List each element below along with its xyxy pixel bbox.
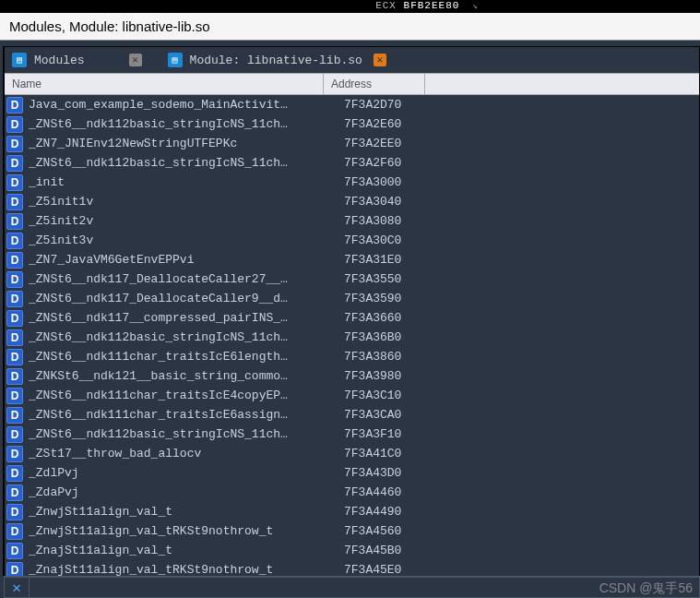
symbol-name: _ZnwjSt11align_val_t: [29, 505, 333, 519]
symbol-name: _Z5init2v: [29, 214, 333, 228]
symbol-name: _ZnajSt11align_val_t: [29, 544, 333, 557]
symbol-name: _ZNSt6__ndk112basic_stringIcNS_11ch…: [29, 330, 333, 344]
register-strip: ECX BFB2EE80 ↘: [0, 0, 700, 13]
tab-bar: ▤ Modules ✕ ▤ Module: libnative-lib.so ✕: [5, 47, 699, 73]
symbol-address: 7F3A4560: [333, 524, 401, 538]
table-row[interactable]: D_Z5init2v7F3A3080: [5, 211, 699, 231]
symbol-address: 7F3A2E60: [333, 117, 401, 131]
symbol-name: _ZNSt6__ndk111char_traitsIcE6assign…: [29, 408, 333, 422]
data-symbol-icon: D: [6, 349, 23, 365]
close-icon[interactable]: ✕: [4, 577, 30, 598]
data-symbol-icon: D: [6, 252, 23, 269]
table-row[interactable]: DJava_com_example_sodemo_MainActivit…7F3…: [5, 95, 699, 114]
symbol-address: 7F3A4460: [333, 485, 401, 499]
data-symbol-icon: D: [6, 155, 23, 172]
symbol-name: _Z5init3v: [29, 233, 333, 247]
symbol-name: _ZSt17__throw_bad_allocv: [29, 447, 333, 460]
symbol-address: 7F3A30C0: [333, 233, 401, 247]
register-value: BFB2EE80: [404, 0, 460, 11]
symbol-name: _ZNSt6__ndk111char_traitsIcE4copyEP…: [29, 389, 333, 402]
data-symbol-icon: D: [6, 446, 23, 462]
symbol-address: 7F3A2D70: [333, 98, 401, 112]
data-symbol-icon: D: [6, 388, 23, 404]
symbol-name: _ZdaPvj: [29, 485, 333, 499]
data-symbol-icon: D: [6, 194, 23, 210]
data-symbol-icon: D: [6, 484, 23, 501]
table-row[interactable]: D_ZNSt6__ndk112basic_stringIcNS_11ch…7F3…: [5, 114, 699, 134]
symbol-address: 7F3A31E0: [333, 253, 401, 267]
table-row[interactable]: D_ZNSt6__ndk117_DeallocateCaller9__d…7F3…: [5, 289, 699, 308]
data-symbol-icon: D: [6, 233, 23, 249]
close-modules-tab[interactable]: ✕: [129, 54, 142, 66]
symbol-address: 7F3A3860: [333, 350, 401, 364]
table-row[interactable]: D_ZnwjSt11align_val_tRKSt9nothrow_t7F3A4…: [5, 521, 699, 541]
table-row[interactable]: D_ZNKSt6__ndk121__basic_string_commo…7F3…: [5, 366, 699, 386]
symbol-name: _init: [29, 175, 333, 189]
symbol-address: 7F3A45E0: [333, 563, 401, 577]
symbol-address: 7F3A3980: [333, 369, 401, 383]
window-title: Modules, Module: libnative-lib.so: [0, 13, 700, 41]
table-header: Name Address: [5, 73, 699, 95]
data-symbol-icon: D: [6, 368, 23, 385]
symbol-name: _ZNSt6__ndk111char_traitsIcE6length…: [29, 350, 333, 364]
table-row[interactable]: D_ZNSt6__ndk117_DeallocateCaller27__…7F3…: [5, 269, 699, 289]
table-row[interactable]: D_ZSt17__throw_bad_allocv7F3A41C0: [5, 444, 699, 463]
symbol-name: _ZNSt6__ndk117_DeallocateCaller27__…: [29, 272, 333, 286]
table-row[interactable]: D_ZNSt6__ndk112basic_stringIcNS_11ch…7F3…: [5, 328, 699, 347]
symbol-address: 7F3A2EE0: [333, 137, 401, 150]
table-row[interactable]: D_ZNSt6__ndk111char_traitsIcE4copyEP…7F3…: [5, 386, 699, 405]
modules-list-icon: ▤: [12, 53, 27, 67]
symbol-address: 7F3A4490: [333, 505, 401, 519]
symbol-address: 7F3A3040: [333, 195, 401, 209]
table-row[interactable]: D_ZdaPvj7F3A4460: [5, 483, 699, 502]
symbol-address: 7F3A3590: [333, 292, 401, 305]
table-row[interactable]: D_Z5init1v7F3A3040: [5, 192, 699, 211]
table-row[interactable]: D_ZNSt6__ndk112basic_stringIcNS_11ch…7F3…: [5, 153, 699, 173]
close-module-tab[interactable]: ✕: [374, 54, 386, 66]
column-header-name[interactable]: Name: [5, 74, 324, 94]
tab-module-detail[interactable]: Module: libnative-lib.so: [190, 54, 362, 67]
tab-modules[interactable]: Modules: [34, 54, 85, 67]
table-row[interactable]: D_ZdlPvj7F3A43D0: [5, 463, 699, 483]
data-symbol-icon: D: [6, 97, 23, 114]
symbol-address: 7F3A3CA0: [333, 408, 401, 422]
symbol-address: 7F3A3F10: [333, 427, 401, 441]
symbol-name: _ZdlPvj: [29, 466, 333, 480]
table-row[interactable]: D_ZnwjSt11align_val_t7F3A4490: [5, 502, 699, 521]
table-row[interactable]: D_ZNSt6__ndk112basic_stringIcNS_11ch…7F3…: [5, 425, 699, 444]
symbol-name: _ZN7_JNIEnv12NewStringUTFEPKc: [29, 137, 333, 150]
table-row[interactable]: D_ZN7_JavaVM6GetEnvEPPvi7F3A31E0: [5, 250, 699, 269]
table-row[interactable]: D_ZNSt6__ndk111char_traitsIcE6length…7F3…: [5, 347, 699, 366]
symbol-name: _ZnwjSt11align_val_tRKSt9nothrow_t: [29, 524, 333, 538]
table-row[interactable]: D_ZNSt6__ndk111char_traitsIcE6assign…7F3…: [5, 405, 699, 425]
data-symbol-icon: D: [6, 291, 23, 307]
symbol-address: 7F3A3080: [333, 214, 401, 228]
symbol-address: 7F3A3000: [333, 175, 401, 189]
data-symbol-icon: D: [6, 407, 23, 424]
table-row[interactable]: D_ZNSt6__ndk117__compressed_pairINS_…7F3…: [5, 308, 699, 328]
data-symbol-icon: D: [6, 136, 23, 152]
symbol-address: 7F3A43D0: [333, 466, 401, 480]
table-row[interactable]: D_ZnajSt11align_val_t7F3A45B0: [5, 541, 699, 560]
column-header-address[interactable]: Address: [324, 74, 425, 94]
module-detail-icon: ▤: [168, 53, 183, 67]
data-symbol-icon: D: [6, 174, 23, 191]
symbol-name: _ZNSt6__ndk117_DeallocateCaller9__d…: [29, 292, 333, 305]
table-row[interactable]: D_Z5init3v7F3A30C0: [5, 231, 699, 250]
data-symbol-icon: D: [6, 329, 23, 346]
table-row[interactable]: D_init7F3A3000: [5, 173, 699, 192]
symbol-name: _ZNSt6__ndk112basic_stringIcNS_11ch…: [29, 117, 333, 131]
symbol-address: 7F3A3660: [333, 311, 401, 325]
symbol-name: _ZN7_JavaVM6GetEnvEPPvi: [29, 253, 333, 267]
symbol-address: 7F3A45B0: [333, 544, 401, 557]
data-symbol-icon: D: [6, 426, 23, 443]
symbol-name: _ZNSt6__ndk112basic_stringIcNS_11ch…: [29, 427, 333, 441]
symbol-address: 7F3A3C10: [333, 389, 401, 402]
data-symbol-icon: D: [6, 504, 23, 520]
arrow-icon: ↘: [472, 1, 479, 11]
table-row[interactable]: D_ZN7_JNIEnv12NewStringUTFEPKc7F3A2EE0: [5, 134, 699, 153]
data-symbol-icon: D: [6, 116, 23, 133]
symbol-address: 7F3A2F60: [333, 156, 401, 170]
symbol-name: _ZNSt6__ndk117__compressed_pairINS_…: [29, 311, 333, 325]
command-bar: ✕: [4, 576, 700, 598]
